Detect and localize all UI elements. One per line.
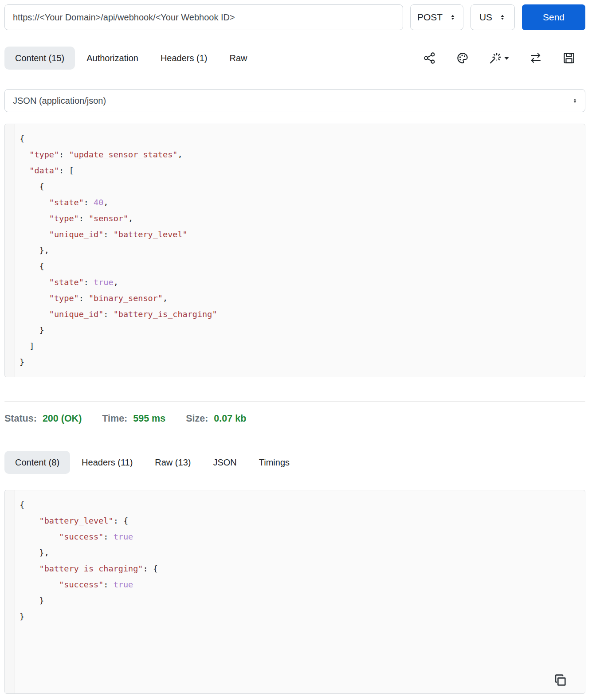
response-tabs-row: Content (8)Headers (11)Raw (13)JSONTimin… xyxy=(4,451,585,474)
time-label: Time: xyxy=(102,413,127,424)
code-line: ] xyxy=(20,338,576,354)
status-value: 200 (OK) xyxy=(43,413,82,424)
url-input[interactable] xyxy=(4,4,403,30)
request-tabs-row: Content (15)AuthorizationHeaders (1)Raw xyxy=(4,47,585,70)
method-select-value: POST xyxy=(417,12,443,23)
save-request-button[interactable] xyxy=(562,51,576,65)
code-line: } xyxy=(20,354,576,370)
code-line: "unique_id": "battery_level" xyxy=(20,227,576,242)
palette-icon xyxy=(456,51,469,65)
updown-arrows-icon xyxy=(499,14,506,21)
code-line: }, xyxy=(20,545,576,561)
response-status-bar: Status: 200 (OK) Time: 595 ms Size: 0.07… xyxy=(4,413,585,424)
updown-arrows-icon xyxy=(449,14,456,21)
time-value: 595 ms xyxy=(133,413,165,424)
code-line: { xyxy=(20,258,576,274)
chevron-down-icon xyxy=(504,57,509,60)
tab-content-8[interactable]: Content (8) xyxy=(4,451,70,474)
region-select-value: US xyxy=(479,12,492,23)
api-tester-page: POST US Send Content (15)AuthorizationHe… xyxy=(0,0,592,694)
code-line: "battery_is_charging": { xyxy=(20,561,576,577)
section-divider xyxy=(4,401,585,402)
theme-button[interactable] xyxy=(456,51,469,65)
content-type-select[interactable]: JSON (application/json) xyxy=(4,89,585,112)
tab-json[interactable]: JSON xyxy=(202,451,247,474)
request-code[interactable]: { "type": "update_sensor_states", "data"… xyxy=(20,131,576,370)
code-line: { xyxy=(20,179,576,195)
tab-headers-11[interactable]: Headers (11) xyxy=(71,451,143,474)
request-body-block: { "type": "update_sensor_states", "data"… xyxy=(4,124,585,377)
method-select[interactable]: POST xyxy=(410,4,463,30)
code-line: "success": true xyxy=(20,529,576,545)
code-line: "type": "update_sensor_states", xyxy=(20,147,576,163)
code-line: "state": true, xyxy=(20,274,576,290)
request-bar: POST US Send xyxy=(4,4,585,30)
tab-content-15[interactable]: Content (15) xyxy=(4,47,75,70)
code-line: }, xyxy=(20,242,576,258)
copy-icon xyxy=(553,673,567,687)
code-line: "type": "sensor", xyxy=(20,211,576,227)
editor-gutter xyxy=(5,124,15,377)
code-line: { xyxy=(20,497,576,513)
size-value: 0.07 kb xyxy=(214,413,246,424)
editor-gutter xyxy=(5,490,15,693)
code-line: "data": [ xyxy=(20,163,576,179)
code-line: } xyxy=(20,609,576,625)
share-icon xyxy=(423,51,436,65)
magic-wand-icon xyxy=(489,51,502,65)
code-line: { xyxy=(20,131,576,147)
tab-raw-13[interactable]: Raw (13) xyxy=(144,451,201,474)
save-icon xyxy=(562,51,576,65)
share-button[interactable] xyxy=(423,51,436,65)
response-code: { "battery_level": { "success": true }, … xyxy=(20,497,576,625)
tab-headers-1[interactable]: Headers (1) xyxy=(150,47,218,70)
region-select[interactable]: US xyxy=(470,4,515,30)
tab-timings[interactable]: Timings xyxy=(248,451,300,474)
request-tabs: Content (15)AuthorizationHeaders (1)Raw xyxy=(4,47,258,70)
code-line: "unique_id": "battery_is_charging" xyxy=(20,306,576,322)
response-tabs: Content (8)Headers (11)Raw (13)JSONTimin… xyxy=(4,451,300,474)
code-line: "success": true xyxy=(20,577,576,593)
swap-arrows-icon xyxy=(529,51,543,65)
code-line: "state": 40, xyxy=(20,195,576,211)
code-line: } xyxy=(20,322,576,338)
tab-raw[interactable]: Raw xyxy=(219,47,258,70)
size-label: Size: xyxy=(186,413,208,424)
tab-authorization[interactable]: Authorization xyxy=(76,47,149,70)
status-label: Status: xyxy=(4,413,37,424)
compare-button[interactable] xyxy=(529,51,543,65)
request-toolbar xyxy=(423,51,585,65)
send-button[interactable]: Send xyxy=(522,4,585,30)
code-line: "battery_level": { xyxy=(20,513,576,529)
updown-arrows-icon xyxy=(572,98,578,104)
content-type-value: JSON (application/json) xyxy=(13,96,106,106)
response-body-block: { "battery_level": { "success": true }, … xyxy=(4,490,585,694)
magic-actions-button[interactable] xyxy=(489,51,509,65)
code-line: "type": "binary_sensor", xyxy=(20,290,576,306)
code-line: } xyxy=(20,593,576,609)
copy-response-button[interactable] xyxy=(553,673,567,687)
